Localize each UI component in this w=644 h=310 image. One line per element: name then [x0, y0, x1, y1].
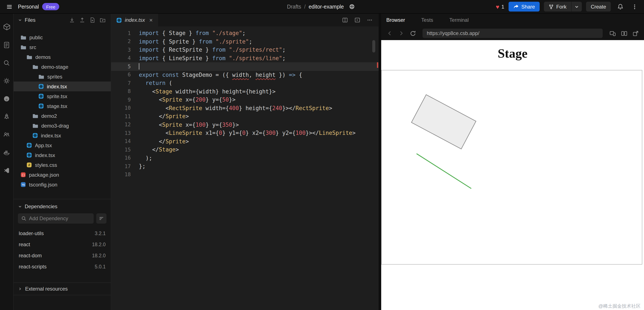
notifications-bell-icon[interactable]: [615, 2, 625, 12]
dependency-options-button[interactable]: [96, 213, 106, 224]
docker-icon[interactable]: [0, 143, 14, 161]
file-name: demos: [35, 54, 51, 60]
tree-folder[interactable]: sprites: [14, 72, 111, 81]
code-line[interactable]: 10 <RectSprite width={400} height={240}>…: [111, 104, 379, 112]
tree-file[interactable]: TStsconfig.json: [14, 180, 111, 190]
code-line[interactable]: 17};: [111, 162, 379, 171]
tree-file[interactable]: stage.tsx: [14, 101, 111, 111]
code-line[interactable]: 12 <Sprite x={100} y={350}>: [111, 120, 379, 129]
code-line[interactable]: 8 <Stage width={width} height={height}>: [111, 87, 379, 96]
code-line[interactable]: 6export const StageDemo = ({ width, heig…: [111, 71, 379, 79]
tree-file[interactable]: {}package.json: [14, 170, 111, 180]
forward-icon[interactable]: [397, 29, 406, 38]
tree-file[interactable]: index.tsx: [14, 150, 111, 160]
tab-terminal[interactable]: Terminal: [449, 17, 469, 23]
chevron-down-icon[interactable]: [18, 204, 22, 208]
settings-icon[interactable]: [0, 72, 14, 90]
code-line[interactable]: 11 </Sprite>: [111, 112, 379, 120]
code-line[interactable]: 3import { RectSprite } from "./sprites/r…: [111, 46, 379, 54]
line-number: 8: [111, 89, 131, 94]
code-line[interactable]: 7 return (: [111, 79, 379, 87]
tab-browser[interactable]: Browser: [386, 17, 405, 23]
code-line[interactable]: 5: [111, 62, 379, 71]
tree-file[interactable]: sprite.tsx: [14, 91, 111, 101]
tree-folder[interactable]: demos: [14, 52, 111, 62]
tree-file[interactable]: App.tsx: [14, 140, 111, 150]
add-dependency-input[interactable]: [18, 213, 94, 224]
fork-button[interactable]: Fork: [544, 2, 572, 12]
code-line[interactable]: 14 </Sprite>: [111, 137, 379, 145]
tree-file[interactable]: #styles.css: [14, 160, 111, 170]
tree-file[interactable]: index.tsx: [14, 81, 111, 91]
code-line[interactable]: 9 <Sprite x={200} y={50}>: [111, 96, 379, 104]
tree-folder[interactable]: public: [14, 33, 111, 42]
refresh-icon[interactable]: [408, 29, 417, 38]
topbar-right: ♥ 1 Share Fork Create: [496, 2, 640, 12]
tree-folder[interactable]: src: [14, 42, 111, 52]
folder-icon: [20, 34, 26, 40]
url-bar[interactable]: https://yqp8ce.csb.app/: [422, 29, 603, 38]
code-line[interactable]: 15 </Stage>: [111, 145, 379, 154]
create-button[interactable]: Create: [586, 2, 611, 12]
code-line[interactable]: 13 <LineSprite x1={0} y1={0} x2={300} y2…: [111, 129, 379, 137]
templates-icon[interactable]: [0, 36, 14, 54]
close-tab-icon[interactable]: ×: [149, 17, 153, 23]
dependency-row[interactable]: react18.2.0: [14, 239, 111, 250]
likes-count: 1: [502, 4, 504, 10]
new-folder-icon[interactable]: [99, 16, 106, 24]
search-icon: [21, 216, 26, 221]
tab-tests[interactable]: Tests: [421, 17, 433, 23]
code-line[interactable]: 4import { LineSprite } from "./sprites/l…: [111, 54, 379, 62]
editor-scrollbar[interactable]: [372, 40, 375, 53]
svg-text:TS: TS: [22, 184, 25, 186]
dependency-row[interactable]: react-dom18.2.0: [14, 250, 111, 261]
external-resources-section[interactable]: External resources: [14, 282, 111, 295]
collaborators-icon[interactable]: [0, 125, 14, 143]
github-icon[interactable]: [0, 90, 14, 107]
code-line[interactable]: 16 );: [111, 154, 379, 162]
svg-text:{}: {}: [22, 173, 25, 177]
workspace-name[interactable]: Personal: [18, 4, 39, 10]
breadcrumb-folder[interactable]: Drafts: [287, 4, 301, 10]
code-area[interactable]: 1import { Stage } from "./stage";2import…: [111, 27, 379, 179]
fork-menu-button[interactable]: [572, 2, 582, 12]
more-options-icon[interactable]: [630, 2, 640, 12]
open-new-window-icon[interactable]: [631, 29, 640, 38]
responsive-icon[interactable]: [608, 29, 617, 38]
split-view-icon[interactable]: [620, 29, 628, 38]
code-line[interactable]: 18: [111, 171, 379, 179]
share-button[interactable]: Share: [508, 2, 540, 12]
codesandbox-logo-icon[interactable]: [0, 18, 14, 36]
back-icon[interactable]: [386, 29, 394, 38]
sandbox-title[interactable]: editor-example: [308, 4, 344, 10]
tree-file[interactable]: index.tsx: [14, 130, 111, 140]
likes-button[interactable]: ♥ 1: [496, 4, 504, 10]
stage-canvas[interactable]: [381, 70, 642, 265]
editor-tab[interactable]: index.tsx ×: [111, 14, 158, 27]
chevron-down-icon[interactable]: [18, 18, 22, 22]
editor-more-icon[interactable]: [367, 17, 373, 23]
deployments-icon[interactable]: [0, 107, 14, 125]
panel-resize-handle[interactable]: [379, 14, 381, 310]
devtools-panel: Browser Tests Terminal https://yqp8ce.cs…: [381, 14, 644, 310]
search-icon[interactable]: [0, 54, 14, 72]
upload-icon[interactable]: [78, 16, 86, 24]
dependency-row[interactable]: loader-utils3.2.1: [14, 228, 111, 239]
tree-folder[interactable]: demo-stage: [14, 62, 111, 72]
vscode-icon[interactable]: [0, 161, 14, 179]
download-icon[interactable]: [68, 16, 76, 24]
menu-icon[interactable]: [4, 2, 14, 12]
file-name: demo3-drag: [41, 123, 69, 129]
code-line[interactable]: 2import { Sprite } from "./sprite";: [111, 37, 379, 46]
add-dependency-field[interactable]: [29, 216, 90, 221]
dependency-row[interactable]: react-scripts5.0.1: [14, 261, 111, 272]
tree-folder[interactable]: demo3-drag: [14, 121, 111, 130]
visibility-globe-icon[interactable]: [347, 2, 357, 12]
tree-folder[interactable]: demo2: [14, 111, 111, 121]
file-name: styles.css: [35, 162, 57, 168]
split-editor-icon[interactable]: [342, 17, 348, 23]
file-icon: [38, 93, 44, 99]
open-preview-icon[interactable]: [354, 17, 360, 23]
code-line[interactable]: 1import { Stage } from "./stage";: [111, 29, 379, 37]
new-file-icon[interactable]: [88, 16, 96, 24]
